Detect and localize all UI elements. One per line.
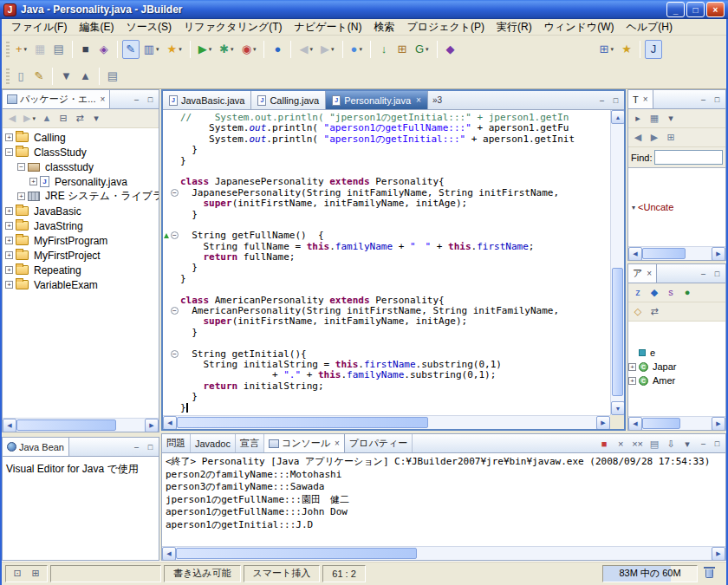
scroll-track[interactable] (16, 419, 145, 432)
code-line[interactable]: super(initFirstName, initFamilyName, ini… (163, 198, 610, 209)
view-tab-console[interactable]: コンソール× (264, 434, 345, 452)
view-tab-declaration[interactable]: 宣言 (236, 434, 264, 452)
menu-window[interactable]: ウィンドウ(W) (538, 19, 621, 36)
collapse-icon[interactable]: − (17, 163, 25, 171)
clear-console-button[interactable]: ▤ (647, 436, 662, 452)
tree-item-classstudy-project[interactable]: −ClassStudy (3, 145, 159, 159)
minimize-view-button[interactable]: – (130, 441, 143, 452)
tree-item-jre-library[interactable]: +JRE システム・ライブラリ (3, 189, 159, 204)
palette-hscrollbar[interactable]: ◀▶ (628, 246, 725, 260)
outline-hscrollbar[interactable]: ◀▶ (628, 416, 725, 430)
expand-icon[interactable]: + (17, 192, 25, 200)
code-line[interactable]: } (163, 145, 610, 155)
tree-item-repeating[interactable]: +Repeating (3, 263, 159, 277)
tree-item-javastring[interactable]: +JavaString (3, 218, 159, 233)
palette-back-button[interactable]: ◀ (630, 130, 646, 146)
scroll-left-button[interactable]: ◀ (3, 419, 16, 432)
link-with-editor-button[interactable]: ⇄ (72, 111, 88, 127)
menu-edit[interactable]: 編集(E) (73, 19, 120, 36)
run-button[interactable]: ▶▾ (195, 40, 216, 59)
scroll-track[interactable] (611, 124, 624, 401)
menu-refactoring[interactable]: リファクタリング(T) (178, 19, 289, 36)
code-line[interactable]: } (163, 210, 610, 220)
code-line[interactable]: } (163, 274, 610, 284)
print-editor-button[interactable]: ▤ (104, 67, 121, 86)
scroll-right-button[interactable]: ▶ (712, 547, 725, 561)
fold-collapse-icon[interactable]: − (171, 231, 179, 239)
next-annotation-button[interactable]: ▼ (57, 67, 75, 86)
print-button[interactable]: ▤ (49, 40, 67, 59)
tree-item-javabasic[interactable]: +JavaBasic (3, 204, 159, 218)
code-line[interactable]: } (163, 328, 610, 338)
maximize-view-button[interactable]: □ (144, 94, 157, 105)
palette-layout-button[interactable]: ▦ (647, 111, 662, 127)
hide-static-button[interactable]: s (663, 285, 679, 301)
mark-occurrences-button[interactable]: ✎ (30, 67, 48, 86)
scroll-right-button[interactable]: ▶ (712, 247, 725, 261)
tree-item-classstudy-package[interactable]: −classstudy (3, 159, 159, 174)
menu-source[interactable]: ソース(S) (120, 19, 178, 36)
tree-item-myfirstproject[interactable]: +MyFirstProject (3, 248, 159, 263)
minimize-button[interactable]: _ (666, 2, 685, 17)
profile-chart-button[interactable]: ▥▾ (140, 40, 163, 59)
close-button[interactable]: × (706, 2, 725, 17)
editor-chevron[interactable]: »3 (428, 91, 446, 109)
palette-preferences-button[interactable]: ⊞ (663, 130, 679, 146)
outline-item-american-personality[interactable]: +CAmer (628, 374, 725, 387)
fast-view-button[interactable]: ⊡ (10, 566, 25, 582)
expand-icon[interactable]: + (5, 266, 13, 274)
profile-run-button[interactable]: ◉▾ (238, 40, 260, 59)
back-button[interactable]: ◀▾ (296, 40, 316, 59)
palette-menu-button[interactable]: ▾ (663, 111, 679, 127)
code-line[interactable]: } (163, 392, 610, 402)
forward-button[interactable]: ▶▾ (317, 40, 338, 59)
generate-button[interactable]: G▾ (412, 40, 432, 59)
jbuilder-perspective-button[interactable]: J (645, 40, 662, 59)
save-button[interactable]: ▦ (31, 40, 49, 59)
view-tab-problems[interactable]: 問題 (162, 434, 191, 452)
code-line[interactable]: } (163, 263, 610, 273)
palette-forward-button[interactable]: ▶ (647, 130, 662, 146)
view-tab-properties[interactable]: プロパティー (345, 434, 413, 452)
fold-collapse-icon[interactable]: − (171, 189, 179, 197)
maximize-view-button[interactable]: □ (711, 268, 724, 279)
back-tree-button[interactable]: ◀ (4, 111, 20, 127)
view-tab-javadoc[interactable]: Javadoc (191, 434, 236, 452)
sort-alpha-button[interactable]: z (630, 285, 646, 301)
menu-run[interactable]: 実行(R) (491, 19, 538, 36)
scroll-track[interactable] (642, 247, 712, 260)
palette-select-button[interactable]: ▸ (630, 111, 646, 127)
up-tree-button[interactable]: ▲ (39, 111, 55, 127)
collapse-all-button[interactable]: ⊟ (55, 111, 71, 127)
close-editor-icon[interactable]: × (416, 95, 421, 105)
web-globe-button[interactable]: ● (269, 40, 286, 59)
expand-icon[interactable]: + (5, 251, 13, 259)
expand-icon[interactable]: + (628, 377, 636, 385)
open-perspective-button[interactable]: ⊞▾ (596, 40, 617, 59)
minimize-view-button[interactable]: – (697, 268, 710, 279)
link-outline-button[interactable]: ⇄ (647, 304, 662, 320)
minimize-view-button[interactable]: – (130, 94, 143, 105)
favorites-button[interactable]: ★ (618, 40, 635, 59)
collapse-icon[interactable]: − (5, 148, 13, 156)
menu-file[interactable]: ファイル(F) (5, 19, 73, 36)
fold-collapse-icon[interactable]: − (171, 307, 179, 315)
minimize-view-button[interactable]: – (595, 94, 608, 106)
pin-console-button[interactable]: ▾ (679, 436, 695, 452)
scroll-thumb[interactable] (176, 548, 417, 559)
open-type-button[interactable]: ◆ (442, 40, 459, 59)
browser-button[interactable]: ●▾ (348, 40, 366, 59)
maximize-view-button[interactable]: □ (609, 94, 622, 106)
maximize-button[interactable]: □ (686, 2, 705, 17)
close-view-icon[interactable]: × (645, 269, 652, 278)
menu-help[interactable]: ヘルプ(H) (620, 19, 679, 36)
tree-item-personality-java[interactable]: +JPersonality.java (3, 174, 159, 189)
outline-item-japanese-personality[interactable]: +CJapar (628, 360, 725, 374)
expand-icon[interactable]: + (5, 237, 13, 244)
terminate-button[interactable]: ■ (596, 436, 612, 452)
code-editor[interactable]: // System.out.println( "jperson1のgetInit… (163, 110, 624, 429)
scroll-track[interactable] (177, 416, 596, 429)
fold-collapse-icon[interactable]: − (171, 350, 179, 358)
view-menu-button[interactable]: ▾ (88, 111, 104, 127)
scroll-thumb[interactable] (612, 268, 623, 395)
